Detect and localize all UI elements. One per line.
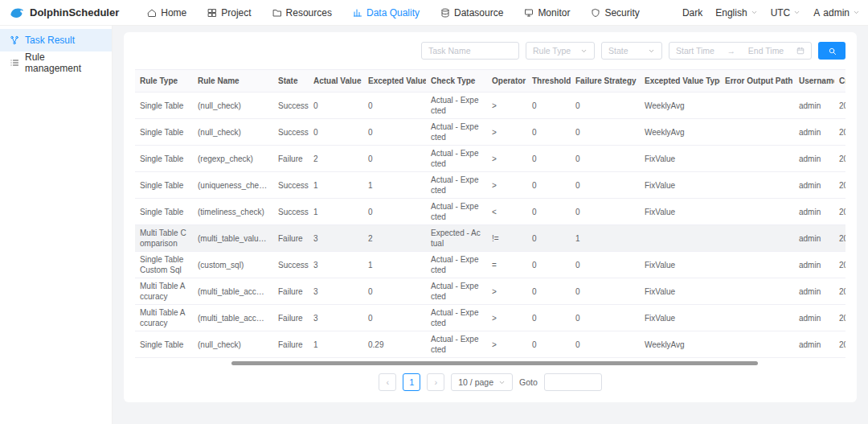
cell-excepted-value-type: FixValue <box>640 252 720 278</box>
cell-check-type: Actual - Expected <box>426 199 487 225</box>
nav-item-security[interactable]: Security <box>580 0 649 25</box>
cell-excepted-value-type: FixValue <box>640 305 720 331</box>
cell-excepted-value: 0 <box>363 146 426 172</box>
brand-name: DolphinScheduler <box>30 6 119 19</box>
nav-item-label: Monitor <box>538 7 570 19</box>
rule-type-placeholder: Rule Type <box>533 46 571 56</box>
sidebar-item-task-result[interactable]: Task Result <box>0 29 112 51</box>
user-menu[interactable]: A admin <box>813 7 860 19</box>
cell-error-output-path <box>720 331 794 358</box>
page-size-select[interactable]: 10 / page <box>451 373 513 391</box>
theme-toggle[interactable]: Dark <box>682 7 702 19</box>
nav-item-label: Resources <box>286 7 332 19</box>
cell-failure-strategy: 0 <box>571 252 640 278</box>
table-row: Multi Table Accuracy(multi_table_accurac… <box>135 305 845 331</box>
task-name-input[interactable] <box>421 42 519 60</box>
pagination-prev-button[interactable]: ‹ <box>379 373 396 391</box>
cell-excepted-value-type: FixValue <box>640 146 720 172</box>
rule-management-icon <box>10 58 19 68</box>
cell-rule-name: (null_check) <box>193 93 273 119</box>
timezone-select[interactable]: UTC <box>771 7 801 19</box>
search-button[interactable] <box>818 42 845 60</box>
nav-item-project[interactable]: Project <box>197 0 261 25</box>
cell-create-time: 20 <box>834 278 845 305</box>
cell-rule-type: Single Table <box>135 331 193 358</box>
cell-excepted-value: 0 <box>363 93 426 119</box>
cell-excepted-value-type: WeeklyAvg <box>640 119 720 146</box>
pagination-next-button[interactable]: › <box>427 373 444 391</box>
cell-threshold: 0 <box>527 119 571 146</box>
cell-check-type: Actual - Expected <box>426 331 487 358</box>
cell-rule-type: Single Table <box>135 119 193 146</box>
cell-excepted-value-type: WeeklyAvg <box>640 331 720 358</box>
cell-failure-strategy: 0 <box>571 331 640 358</box>
cell-create-time: 20 <box>834 199 845 225</box>
nav-item-data-quality[interactable]: Data Quality <box>342 0 430 25</box>
top-navigation: DolphinScheduler HomeProjectResourcesDat… <box>0 0 868 26</box>
goto-page-input[interactable] <box>544 373 602 391</box>
chevron-down-icon <box>580 47 588 55</box>
column-header-operator: Operator <box>487 70 527 93</box>
cell-rule-name: (multi_table_value_comp... <box>193 225 273 252</box>
dolphinscheduler-logo-icon <box>8 4 26 22</box>
cell-create-time: 20 <box>834 93 845 119</box>
nav-item-home[interactable]: Home <box>137 0 197 25</box>
column-header-rule-type: Rule Type <box>135 70 193 93</box>
chevron-down-icon <box>853 9 860 16</box>
cell-rule-type: Multi Table Accuracy <box>135 305 193 331</box>
brand[interactable]: DolphinScheduler <box>8 4 119 22</box>
cell-error-output-path <box>720 252 794 278</box>
table-header-row: Rule TypeRule NameStateActual ValueExcep… <box>135 70 845 93</box>
cell-error-output-path <box>720 225 794 252</box>
cell-operator: > <box>487 305 527 331</box>
state-placeholder: State <box>608 46 628 56</box>
nav-menu: HomeProjectResourcesData QualityDatasour… <box>137 0 650 25</box>
rule-type-select[interactable]: Rule Type <box>526 42 595 60</box>
cell-actual-value: 0 <box>309 93 363 119</box>
security-icon <box>591 8 600 18</box>
nav-item-resources[interactable]: Resources <box>262 0 342 25</box>
cell-create-time: 20 <box>834 331 845 358</box>
cell-rule-name: (timeliness_check) <box>193 199 273 225</box>
page-layout: Task ResultRule management Rule Type Sta… <box>0 26 868 424</box>
cell-failure-strategy: 0 <box>571 93 640 119</box>
cell-operator: > <box>487 331 527 358</box>
cell-threshold: 0 <box>527 331 571 358</box>
cell-state: Failure <box>273 146 309 172</box>
cell-rule-type: Single Table <box>135 146 193 172</box>
cell-excepted-value: 0 <box>363 199 426 225</box>
cell-threshold: 0 <box>527 146 571 172</box>
cell-threshold: 0 <box>527 278 571 305</box>
nav-item-datasource[interactable]: Datasource <box>430 0 514 25</box>
cell-actual-value: 1 <box>309 172 363 199</box>
nav-item-monitor[interactable]: Monitor <box>514 0 580 25</box>
cell-rule-type: Single Table <box>135 93 193 119</box>
table-row: Single Table(regexp_check)Failure20Actua… <box>135 146 845 172</box>
column-header-state: State <box>273 70 309 93</box>
date-range-picker[interactable]: Start Time → End Time <box>669 42 812 60</box>
cell-excepted-value: 1 <box>363 252 426 278</box>
cell-excepted-value: 0.29 <box>363 331 426 358</box>
language-select[interactable]: English <box>715 7 757 19</box>
table-row: Single Table Custom Sql(custom_sql)Succe… <box>135 252 845 278</box>
cell-create-time: 20 <box>834 252 845 278</box>
table-row: Single Table(null_check)Success00Actual … <box>135 93 845 119</box>
table-row: Multi Table Comparison(multi_table_value… <box>135 225 845 252</box>
sidebar-item-rule-management[interactable]: Rule management <box>0 51 112 74</box>
cell-excepted-value: 0 <box>363 305 426 331</box>
cell-operator: > <box>487 278 527 305</box>
column-header-rule-name: Rule Name <box>193 70 273 93</box>
cell-error-output-path <box>720 278 794 305</box>
language-value: English <box>715 7 747 19</box>
state-select[interactable]: State <box>601 42 662 60</box>
pagination-page-button[interactable]: 1 <box>403 373 420 391</box>
cell-username: admin <box>794 93 834 119</box>
cell-threshold: 0 <box>527 225 571 252</box>
main-content: Rule Type State Start Time → End Time <box>113 26 868 424</box>
horizontal-scrollbar-thumb[interactable] <box>231 361 758 365</box>
cell-username: admin <box>794 305 834 331</box>
cell-actual-value: 3 <box>309 278 363 305</box>
cell-state: Failure <box>273 331 309 358</box>
cell-check-type: Actual - Expected <box>426 146 487 172</box>
cell-check-type: Actual - Expected <box>426 278 487 305</box>
